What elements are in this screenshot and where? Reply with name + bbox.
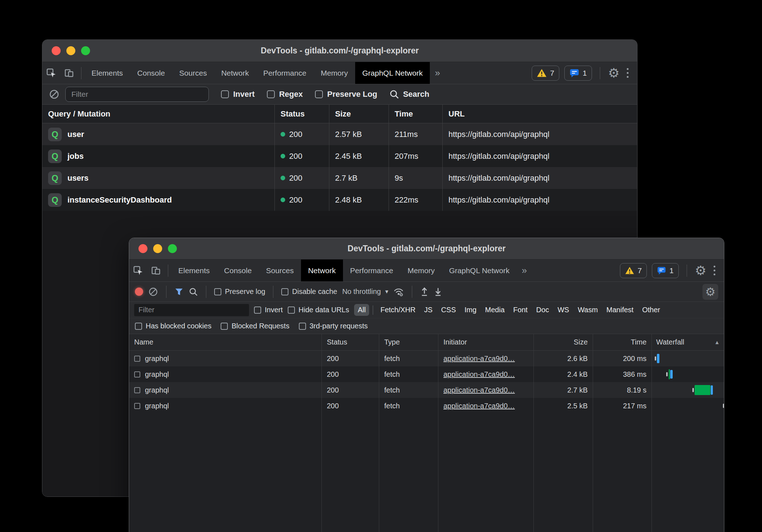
column-divider[interactable]	[321, 414, 322, 532]
graphql-row[interactable]: Q user 200 2.57 kB 211ms https://gitlab.…	[42, 123, 637, 145]
disable-cache-checkbox-group[interactable]: Disable cache	[281, 288, 337, 296]
third-party-checkbox-group[interactable]: 3rd-party requests	[299, 322, 368, 330]
column-divider[interactable]	[593, 414, 593, 532]
more-options-kebab-icon[interactable]	[625, 68, 631, 78]
column-divider[interactable]	[533, 414, 534, 532]
invert-checkbox-group[interactable]: Invert	[221, 90, 255, 99]
tab-performance[interactable]: Performance	[256, 62, 314, 84]
hide-data-urls-checkbox[interactable]	[288, 307, 295, 314]
tab-network[interactable]: Network	[301, 260, 343, 281]
col-time[interactable]: Time	[389, 105, 443, 123]
titlebar[interactable]: DevTools - gitlab.com/-/graphql-explorer	[129, 238, 724, 260]
graphql-row[interactable]: Q jobs 200 2.45 kB 207ms https://gitlab.…	[42, 145, 637, 167]
filter-fetch-xhr[interactable]: Fetch/XHR	[377, 304, 419, 316]
tab-console[interactable]: Console	[217, 260, 259, 281]
column-divider[interactable]	[652, 414, 652, 532]
col-time[interactable]: Time	[593, 334, 652, 350]
initiator-link[interactable]: application-a7ca9d0…	[443, 402, 515, 410]
device-toolbar-button[interactable]	[60, 62, 78, 84]
throttling-dropdown[interactable]: No throttling ▾	[342, 288, 388, 296]
filter-font[interactable]: Font	[510, 304, 531, 316]
graphql-row[interactable]: Q users 200 2.7 kB 9s https://gitlab.com…	[42, 167, 637, 189]
tab-network[interactable]: Network	[214, 62, 256, 84]
graphql-row[interactable]: Q instanceSecurityDashboard 200 2.48 kB …	[42, 189, 637, 211]
network-row[interactable]: graphql 200 fetch application-a7ca9d0… 2…	[129, 351, 724, 366]
filter-wasm[interactable]: Wasm	[574, 304, 601, 316]
more-options-kebab-icon[interactable]	[711, 266, 718, 275]
filter-doc[interactable]: Doc	[533, 304, 553, 316]
filter-media[interactable]: Media	[481, 304, 508, 316]
inspect-element-button[interactable]	[42, 62, 60, 84]
preserve-log-checkbox[interactable]	[315, 90, 323, 98]
tab-sources[interactable]: Sources	[259, 260, 301, 281]
record-button[interactable]	[135, 288, 143, 296]
col-url[interactable]: URL	[443, 105, 637, 123]
filter-all[interactable]: All	[354, 304, 369, 316]
preserve-log-checkbox[interactable]	[214, 288, 221, 295]
tab-elements[interactable]: Elements	[171, 260, 217, 281]
search-icon[interactable]	[189, 287, 198, 296]
network-row[interactable]: graphql 200 fetch application-a7ca9d0… 2…	[129, 366, 724, 382]
col-waterfall[interactable]: Waterfall ▲	[652, 334, 724, 350]
filter-funnel-icon[interactable]	[174, 287, 184, 296]
network-row[interactable]: graphql 200 fetch application-a7ca9d0… 2…	[129, 398, 724, 414]
initiator-link[interactable]: application-a7ca9d0…	[443, 370, 515, 379]
col-type[interactable]: Type	[379, 334, 438, 350]
regex-checkbox[interactable]	[267, 90, 275, 98]
titlebar[interactable]: DevTools - gitlab.com/-/graphql-explorer	[42, 40, 637, 62]
network-row[interactable]: graphql 200 fetch application-a7ca9d0… 2…	[129, 382, 724, 398]
col-initiator[interactable]: Initiator	[438, 334, 534, 350]
column-divider[interactable]	[379, 414, 379, 532]
col-name[interactable]: Name	[129, 334, 322, 350]
import-har-icon[interactable]	[420, 287, 429, 297]
blocked-requests-checkbox-group[interactable]: Blocked Requests	[221, 322, 289, 330]
more-tabs-button[interactable]: »	[517, 260, 532, 281]
initiator-link[interactable]: application-a7ca9d0…	[443, 386, 515, 394]
column-divider[interactable]	[438, 414, 438, 532]
tab-performance[interactable]: Performance	[343, 260, 400, 281]
inspect-element-button[interactable]	[129, 260, 147, 281]
col-size[interactable]: Size	[329, 105, 389, 123]
search-button[interactable]: Search	[389, 89, 429, 99]
filter-ws[interactable]: WS	[554, 304, 573, 316]
tab-console[interactable]: Console	[130, 62, 172, 84]
issues-badge[interactable]: 1	[564, 66, 592, 81]
regex-checkbox-group[interactable]: Regex	[267, 90, 303, 99]
filter-input[interactable]	[65, 87, 209, 102]
tab-memory[interactable]: Memory	[314, 62, 355, 84]
blocked-requests-checkbox[interactable]	[221, 323, 228, 330]
filter-input[interactable]	[134, 304, 249, 316]
disable-cache-checkbox[interactable]	[281, 288, 288, 295]
filter-manifest[interactable]: Manifest	[603, 304, 637, 316]
invert-checkbox[interactable]	[254, 307, 261, 314]
network-settings-button[interactable]: ⚙	[702, 284, 718, 300]
tab-sources[interactable]: Sources	[172, 62, 214, 84]
filter-other[interactable]: Other	[639, 304, 664, 316]
preserve-log-checkbox-group[interactable]: Preserve Log	[315, 90, 377, 99]
row-checkbox[interactable]	[134, 356, 140, 362]
invert-checkbox[interactable]	[221, 90, 229, 98]
blocked-cookies-checkbox-group[interactable]: Has blocked cookies	[135, 322, 211, 330]
col-status[interactable]: Status	[322, 334, 379, 350]
initiator-link[interactable]: application-a7ca9d0…	[443, 355, 515, 363]
tab-graphql-network[interactable]: GraphQL Network	[442, 260, 517, 281]
issues-badge[interactable]: 1	[652, 263, 679, 278]
clear-block-icon[interactable]	[148, 287, 158, 297]
blocked-cookies-checkbox[interactable]	[135, 323, 142, 330]
network-conditions-icon[interactable]	[393, 287, 404, 297]
warnings-badge[interactable]: 7	[620, 263, 647, 278]
preserve-log-checkbox-group[interactable]: Preserve log	[214, 288, 265, 296]
warnings-badge[interactable]: 7	[532, 66, 559, 81]
hide-data-urls-checkbox-group[interactable]: Hide data URLs	[288, 306, 349, 314]
col-size[interactable]: Size	[534, 334, 593, 350]
more-tabs-button[interactable]: »	[430, 62, 445, 84]
settings-gear-icon[interactable]: ⚙	[695, 264, 706, 277]
row-checkbox[interactable]	[134, 387, 140, 393]
col-status[interactable]: Status	[275, 105, 329, 123]
col-query-mutation[interactable]: Query / Mutation	[42, 105, 275, 123]
tab-graphql-network[interactable]: GraphQL Network	[355, 62, 430, 84]
export-har-icon[interactable]	[434, 287, 442, 297]
filter-img[interactable]: Img	[461, 304, 480, 316]
invert-checkbox-group[interactable]: Invert	[254, 306, 283, 314]
tab-elements[interactable]: Elements	[84, 62, 130, 84]
